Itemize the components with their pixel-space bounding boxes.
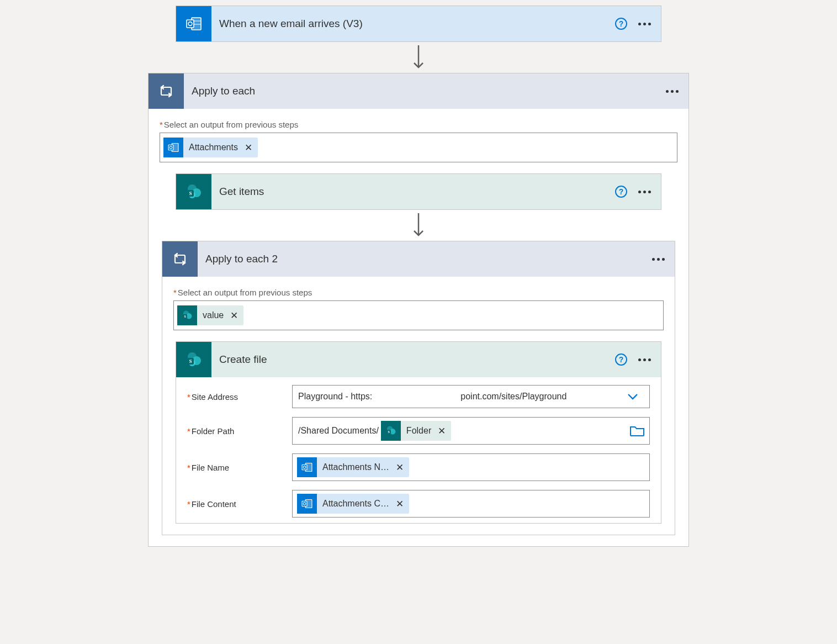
value-token[interactable]: S value ✕ — [177, 305, 243, 325]
loop-icon — [149, 73, 184, 109]
attachments-name-token[interactable]: Attachments N… ✕ — [297, 457, 409, 477]
folder-picker-icon[interactable] — [629, 425, 645, 437]
more-icon[interactable] — [638, 23, 651, 25]
help-icon[interactable]: ? — [615, 18, 627, 30]
file-content-label: *File Content — [187, 499, 292, 509]
sharepoint-icon: S — [381, 421, 401, 441]
site-address-label: *Site Address — [187, 392, 292, 402]
more-icon[interactable] — [666, 90, 679, 93]
attachments-token-label: Attachments — [183, 142, 243, 152]
attachments-token[interactable]: Attachments ✕ — [163, 138, 258, 157]
svg-text:S: S — [189, 191, 192, 196]
folder-path-input[interactable]: /Shared Documents/ S Folder ✕ — [292, 417, 650, 445]
help-icon[interactable]: ? — [615, 353, 627, 366]
remove-token-icon[interactable]: ✕ — [395, 498, 409, 510]
select-output-label: *Select an output from previous steps — [160, 120, 677, 129]
arrow-icon — [407, 42, 430, 73]
outlook-icon — [297, 457, 317, 477]
remove-token-icon[interactable]: ✕ — [437, 425, 451, 437]
file-name-label: *File Name — [187, 463, 292, 472]
outlook-icon — [176, 6, 211, 41]
trigger-header[interactable]: When a new email arrives (V3) ? — [176, 6, 661, 41]
apply-to-each-2-title: Apply to each 2 — [198, 253, 652, 265]
site-address-value-a: Playground - https: — [298, 392, 372, 402]
attachments-name-token-label: Attachments N… — [317, 462, 395, 472]
attachments-content-token[interactable]: Attachments C… ✕ — [297, 494, 409, 514]
remove-token-icon[interactable]: ✕ — [229, 310, 243, 321]
svg-rect-1 — [187, 20, 194, 28]
file-content-input[interactable]: Attachments C… ✕ — [292, 490, 650, 518]
folder-path-prefix: /Shared Documents/ — [297, 426, 379, 436]
svg-text:S: S — [388, 430, 389, 434]
more-icon[interactable] — [652, 258, 665, 261]
get-items-card[interactable]: S Get items ? — [176, 173, 661, 210]
create-file-card: S Create file ? *Site Address — [176, 341, 661, 524]
remove-token-icon[interactable]: ✕ — [243, 142, 258, 154]
select-output-input[interactable]: Attachments ✕ — [160, 133, 677, 162]
apply-to-each-2-header[interactable]: Apply to each 2 — [162, 241, 675, 277]
loop-icon — [162, 241, 198, 277]
sharepoint-icon: S — [176, 174, 211, 209]
attachments-content-token-label: Attachments C… — [317, 499, 395, 509]
outlook-icon — [163, 138, 183, 157]
svg-rect-29 — [302, 464, 307, 470]
svg-text:S: S — [189, 358, 192, 364]
sharepoint-icon: S — [177, 305, 197, 325]
remove-token-icon[interactable]: ✕ — [395, 462, 409, 473]
get-items-title: Get items — [211, 186, 615, 198]
trigger-card[interactable]: When a new email arrives (V3) ? — [176, 6, 661, 42]
value-token-label: value — [197, 310, 229, 320]
svg-rect-6 — [168, 145, 173, 150]
create-file-header[interactable]: S Create file ? — [176, 342, 661, 377]
get-items-header[interactable]: S Get items ? — [176, 174, 661, 209]
more-icon[interactable] — [638, 191, 651, 193]
svg-rect-32 — [302, 501, 307, 506]
site-address-select[interactable]: Playground - https: point.com/sites/Play… — [292, 385, 650, 408]
folder-token-label: Folder — [401, 426, 437, 436]
outlook-icon — [297, 494, 317, 514]
folder-path-label: *Folder Path — [187, 426, 292, 436]
site-address-value-b: point.com/sites/Playground — [460, 392, 566, 402]
folder-token[interactable]: S Folder ✕ — [381, 421, 451, 441]
help-icon[interactable]: ? — [615, 186, 627, 198]
trigger-title: When a new email arrives (V3) — [211, 18, 615, 30]
select-output-label-2: *Select an output from previous steps — [173, 288, 664, 297]
arrow-icon — [407, 210, 430, 241]
apply-to-each-title: Apply to each — [184, 85, 666, 97]
more-icon[interactable] — [638, 358, 651, 361]
apply-to-each-card: Apply to each *Select an output from pre… — [148, 73, 689, 547]
sharepoint-icon: S — [176, 342, 211, 377]
file-name-input[interactable]: Attachments N… ✕ — [292, 453, 650, 481]
chevron-down-icon[interactable] — [622, 393, 644, 400]
apply-to-each-header[interactable]: Apply to each — [149, 73, 688, 109]
apply-to-each-2-card: Apply to each 2 *Select an output from p… — [162, 241, 675, 535]
select-output-input-2[interactable]: S value ✕ — [173, 300, 664, 330]
svg-text:S: S — [184, 315, 186, 318]
create-file-title: Create file — [211, 353, 615, 366]
